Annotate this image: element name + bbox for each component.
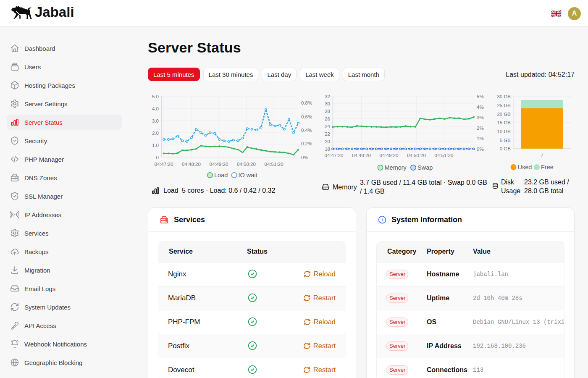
svg-text:/: / <box>541 153 543 158</box>
svg-text:24: 24 <box>325 124 330 129</box>
svg-text:04:49:20: 04:49:20 <box>210 162 228 167</box>
svg-text:2%: 2% <box>477 126 484 131</box>
svg-text:3%: 3% <box>477 115 484 120</box>
svg-text:04:48:20: 04:48:20 <box>182 162 201 167</box>
svg-text:3.7 GB used / 11.4 GB total ·: 3.7 GB used / 11.4 GB total · Swap 0.0 G… <box>360 179 487 186</box>
svg-text:04:47:20: 04:47:20 <box>325 153 344 158</box>
svg-text:Used: Used <box>518 164 532 171</box>
svg-text:5%: 5% <box>477 94 484 99</box>
svg-text:4.0: 4.0 <box>152 106 159 111</box>
svg-text:32: 32 <box>325 94 330 99</box>
svg-text:Load: Load <box>214 172 228 178</box>
svg-text:10 GB: 10 GB <box>497 129 511 134</box>
svg-text:Free: Free <box>541 164 554 171</box>
svg-text:Disk: Disk <box>501 178 514 186</box>
svg-text:0.4%: 0.4% <box>301 128 312 133</box>
svg-text:1%: 1% <box>477 136 484 141</box>
svg-text:Usage: Usage <box>501 187 520 194</box>
svg-text:0%: 0% <box>477 147 484 152</box>
svg-text:20: 20 <box>325 139 330 144</box>
svg-text:0: 0 <box>156 155 159 160</box>
svg-text:25 GB: 25 GB <box>497 103 511 108</box>
svg-text:0.8%: 0.8% <box>301 100 312 105</box>
svg-text:20 GB: 20 GB <box>497 112 511 117</box>
svg-text:04:50:20: 04:50:20 <box>407 153 426 158</box>
svg-text:2.0: 2.0 <box>152 131 159 136</box>
svg-text:0.6%: 0.6% <box>301 114 312 119</box>
svg-text:Memory: Memory <box>333 184 357 191</box>
svg-text:Load: Load <box>163 187 178 194</box>
svg-text:22: 22 <box>325 131 330 136</box>
svg-text:04:51:20: 04:51:20 <box>435 153 454 158</box>
svg-text:30: 30 <box>325 101 330 106</box>
svg-text:5.0: 5.0 <box>152 94 159 99</box>
svg-text:15 GB: 15 GB <box>497 120 511 125</box>
svg-text:Swap: Swap <box>417 164 433 171</box>
svg-text:04:47:20: 04:47:20 <box>155 162 173 167</box>
svg-text:0 GB: 0 GB <box>500 146 511 151</box>
svg-text:3.0: 3.0 <box>152 118 159 123</box>
svg-text:30 GB: 30 GB <box>497 94 511 99</box>
svg-text:0.2%: 0.2% <box>301 141 312 146</box>
svg-text:/ 1.4 GB: / 1.4 GB <box>360 188 385 195</box>
svg-text:1.0: 1.0 <box>152 143 159 148</box>
svg-text:18: 18 <box>325 147 330 152</box>
svg-text:5 GB: 5 GB <box>500 138 511 143</box>
svg-text:23.2 GB used /: 23.2 GB used / <box>524 178 569 186</box>
svg-text:5 cores · Load: 0.6 / 0.42 / 0: 5 cores · Load: 0.6 / 0.42 / 0.32 <box>182 187 275 194</box>
svg-text:0%: 0% <box>301 155 308 160</box>
svg-text:IO wait: IO wait <box>239 172 257 178</box>
svg-text:28: 28 <box>325 109 330 114</box>
svg-text:Memory: Memory <box>385 164 407 171</box>
svg-text:04:51:20: 04:51:20 <box>265 162 284 167</box>
svg-text:26: 26 <box>325 116 330 121</box>
svg-text:04:48:20: 04:48:20 <box>352 153 371 158</box>
svg-text:28.0 GB total: 28.0 GB total <box>524 187 563 194</box>
svg-text:04:49:20: 04:49:20 <box>380 153 399 158</box>
svg-text:04:50:20: 04:50:20 <box>237 162 256 167</box>
svg-text:4%: 4% <box>477 105 484 110</box>
